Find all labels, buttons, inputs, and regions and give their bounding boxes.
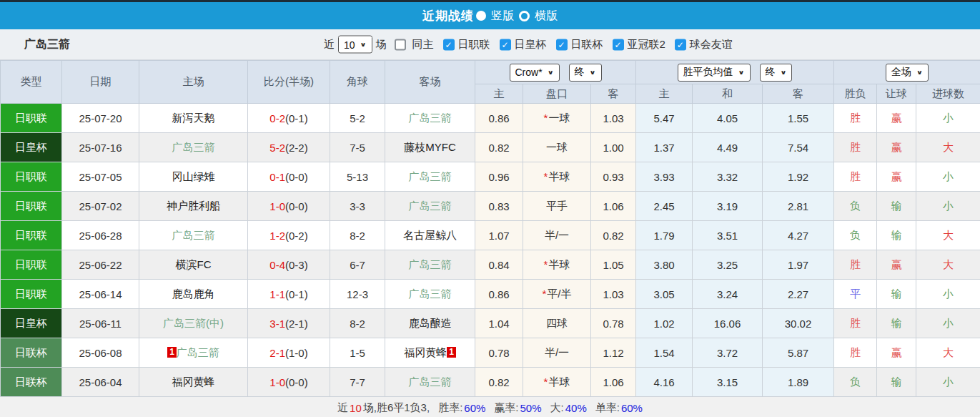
odds-away-cell: 1.03 [591, 280, 636, 309]
header-date: 日期 [62, 61, 139, 104]
league-checkbox-league-cup[interactable]: ✓ [556, 39, 568, 50]
header-home: 主场 [139, 61, 248, 104]
avg-home-cell: 4.16 [636, 368, 693, 397]
league-label-club-friendly[interactable]: 球会友谊 [690, 38, 733, 51]
avg-group-header: 胜平负均值 ∨ 终 ∨ [636, 61, 834, 84]
result-goals-cell: 小 [916, 192, 980, 221]
chevron-down-icon: ∨ [738, 69, 745, 76]
team-name-text: 鹿岛酿造 [409, 317, 452, 329]
summary-prefix: 近 [337, 401, 348, 415]
team-name-text: 福冈黄蜂 [172, 376, 215, 388]
away-team-cell: 广岛三箭 [385, 250, 475, 280]
home-team-cell: 横滨FC [139, 250, 248, 280]
league-badge: 日职联 [1, 104, 62, 133]
team-name-text: 横滨FC [176, 258, 212, 270]
league-checkbox-acl2[interactable]: ✓ [613, 39, 624, 50]
widget-title: 近期战绩 [422, 8, 474, 24]
avg-home-cell: 3.93 [636, 162, 693, 192]
team-name-text: 广岛三箭 [409, 288, 452, 300]
home-team-cell: 广岛三箭 [139, 221, 248, 250]
avg-away-cell: 7.54 [763, 133, 834, 162]
avg-home-cell: 1.37 [636, 133, 693, 162]
avg-home-cell: 5.47 [636, 104, 693, 133]
odds-company-select[interactable]: Crow* ∨ [510, 64, 560, 82]
odds-final-select[interactable]: 终 ∨ [569, 64, 602, 82]
league-checkbox-club-friendly[interactable]: ✓ [675, 39, 686, 50]
avg-away-cell: 1.89 [763, 368, 834, 397]
result-handicap-cell: 输 [877, 280, 916, 309]
odds-away-cell: 1.00 [591, 133, 636, 162]
chevron-down-icon: ∨ [590, 69, 596, 76]
league-checkbox-jleague[interactable]: ✓ [443, 39, 455, 50]
league-badge: 日联杯 [1, 338, 62, 368]
result-goals-cell: 大 [916, 250, 980, 280]
avg-away-cell: 1.92 [763, 162, 834, 192]
avg-type-select[interactable]: 胜平负均值 ∨ [678, 64, 751, 82]
table-row: 日联杯25-06-081广岛三箭2-1(1-0)1-5福冈黄蜂10.78半/一1… [1, 338, 980, 368]
corner-cell: 7-5 [330, 133, 385, 162]
team-name-text: 广岛三箭 [177, 346, 219, 358]
away-team-cell: 藤枝MYFC [385, 133, 475, 162]
avg-draw-cell: 4.49 [693, 133, 763, 162]
result-wdl-cell: 平 [834, 280, 877, 309]
score-cell: 0-2(0-1) [248, 104, 330, 133]
away-team-cell: 广岛三箭 [385, 192, 475, 221]
avg-away-cell: 2.81 [763, 192, 834, 221]
team-name-text: 广岛三箭 [409, 200, 452, 212]
away-team-cell: 广岛三箭 [385, 280, 475, 309]
filter-bar: 广岛三箭 近 10 ∨ 场 同主 ✓ 日职联 ✓ 日皇杯 ✓ 日联杯 ✓ 亚冠联… [0, 29, 980, 60]
cover-rate-label: 赢率: [494, 401, 518, 415]
horizontal-layout-radio[interactable] [519, 11, 530, 21]
single-rate-label: 单率: [595, 401, 620, 415]
result-handicap-cell: 输 [877, 192, 916, 221]
odds-home-cell: 0.86 [475, 280, 523, 309]
match-date: 25-06-28 [62, 221, 139, 250]
score-cell: 5-2(2-2) [248, 133, 330, 162]
games-label: 场 [376, 38, 387, 51]
match-date: 25-07-16 [62, 133, 139, 162]
league-label-emperors-cup[interactable]: 日皇杯 [515, 38, 547, 51]
league-badge: 日职联 [1, 280, 62, 309]
title-bar: 近期战绩 竖版 横版 [0, 2, 980, 29]
chevron-down-icon: ∨ [781, 69, 787, 76]
score-cell: 1-1(0-1) [248, 280, 330, 309]
filter-controls: 近 10 ∨ 场 同主 ✓ 日职联 ✓ 日皇杯 ✓ 日联杯 ✓ 亚冠联2 ✓ 球… [324, 36, 733, 54]
team-name-text: 冈山绿雉 [172, 170, 215, 182]
result-goals-cell: 小 [916, 280, 980, 309]
result-goals-cell: 小 [916, 309, 980, 338]
avg-final-select[interactable]: 终 ∨ [760, 64, 793, 82]
single-rate-value: 60% [621, 402, 643, 414]
score-cell: 1-0(0-0) [248, 368, 330, 397]
league-badge: 日职联 [1, 192, 62, 221]
header-corner: 角球 [330, 61, 385, 104]
match-date: 25-06-08 [62, 338, 139, 368]
vertical-layout-radio[interactable] [476, 11, 486, 21]
league-label-jleague[interactable]: 日职联 [458, 38, 490, 51]
vertical-layout-label[interactable]: 竖版 [491, 9, 514, 24]
avg-home-cell: 3.05 [636, 280, 693, 309]
match-count-select[interactable]: 10 ∨ [338, 36, 372, 54]
league-label-league-cup[interactable]: 日联杯 [571, 38, 603, 51]
avg-home-cell: 3.80 [636, 250, 693, 280]
result-handicap-cell: 赢 [877, 338, 916, 368]
horizontal-layout-label[interactable]: 横版 [535, 9, 558, 24]
same-home-checkbox[interactable] [395, 39, 406, 50]
summary-footer: 近10场,胜6平1负3, 胜率:60% 赢率:50% 大:40% 单率:60% [0, 397, 980, 417]
league-badge: 日职联 [1, 221, 62, 250]
league-label-acl2[interactable]: 亚冠联2 [628, 38, 665, 51]
big-rate-value: 40% [565, 402, 587, 414]
win-rate-label: 胜率: [438, 401, 462, 415]
odds-handicap-cell: 平手 [523, 192, 591, 221]
header-away: 客场 [385, 61, 475, 104]
odds-handicap-cell: 半/一 [523, 338, 591, 368]
odds-home-cell: 0.78 [475, 338, 523, 368]
same-home-label[interactable]: 同主 [412, 38, 434, 51]
table-row: 日皇杯25-06-11广岛三箭(中)3-1(2-1)8-2鹿岛酿造1.04四球0… [1, 309, 980, 338]
corner-cell: 5-2 [330, 104, 385, 133]
corner-cell: 3-3 [330, 192, 385, 221]
team-name-text: 广岛三箭 [172, 141, 215, 153]
result-handicap-cell: 赢 [877, 133, 916, 162]
fulltime-select[interactable]: 全场 ∨ [886, 64, 929, 82]
odds-home-cell: 0.96 [475, 162, 523, 192]
league-checkbox-emperors-cup[interactable]: ✓ [500, 39, 511, 50]
